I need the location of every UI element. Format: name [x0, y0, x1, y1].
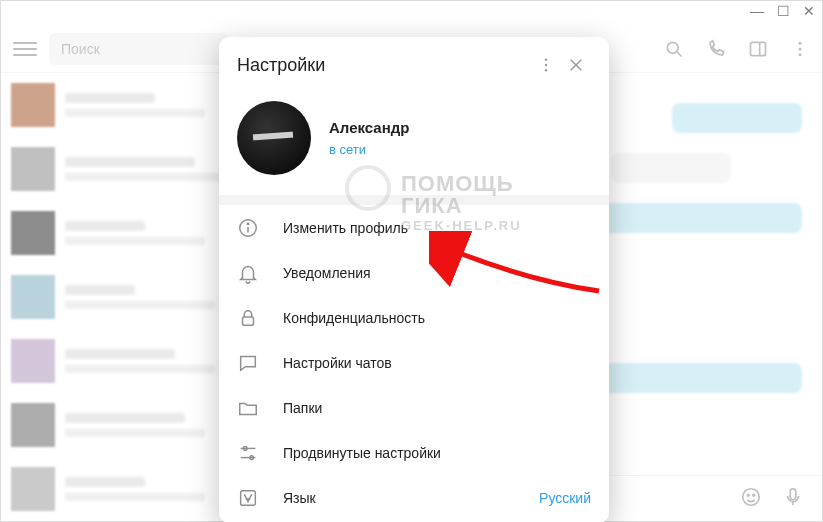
modal-header: Настройки — [219, 37, 609, 93]
sliders-icon — [237, 442, 259, 464]
language-icon — [237, 487, 259, 509]
menu-language[interactable]: Язык Русский — [219, 475, 609, 520]
svg-point-14 — [545, 69, 547, 71]
window-close-button[interactable]: ✕ — [802, 3, 816, 19]
svg-point-19 — [247, 223, 248, 224]
menu-folders[interactable]: Папки — [219, 385, 609, 430]
app-window: — ☐ ✕ Поиск Сыч — [0, 0, 823, 522]
profile-name: Александр — [329, 119, 409, 136]
bell-icon — [237, 262, 259, 284]
chat-icon — [237, 352, 259, 374]
menu-label: Изменить профиль — [283, 220, 408, 236]
modal-more-button[interactable] — [531, 50, 561, 80]
menu-label: Язык — [283, 490, 316, 506]
window-controls: — ☐ ✕ — [750, 3, 816, 19]
profile-block[interactable]: Александр в сети — [219, 93, 609, 195]
menu-notifications[interactable]: Уведомления — [219, 250, 609, 295]
menu-chat-settings[interactable]: Настройки чатов — [219, 340, 609, 385]
avatar[interactable] — [237, 101, 311, 175]
profile-status: в сети — [329, 142, 409, 157]
info-icon — [237, 217, 259, 239]
menu-label: Уведомления — [283, 265, 371, 281]
menu-advanced[interactable]: Продвинутые настройки — [219, 430, 609, 475]
menu-label: Папки — [283, 400, 322, 416]
svg-point-12 — [545, 59, 547, 61]
folder-icon — [237, 397, 259, 419]
menu-label: Продвинутые настройки — [283, 445, 441, 461]
settings-modal: Настройки Александр в сети Изменить проф… — [219, 37, 609, 522]
menu-label: Настройки чатов — [283, 355, 392, 371]
window-minimize-button[interactable]: — — [750, 3, 764, 19]
menu-label: Конфиденциальность — [283, 310, 425, 326]
svg-point-13 — [545, 64, 547, 66]
window-maximize-button[interactable]: ☐ — [776, 3, 790, 19]
lock-icon — [237, 307, 259, 329]
settings-menu: Изменить профиль Уведомления Конфиденциа… — [219, 205, 609, 522]
modal-close-button[interactable] — [561, 50, 591, 80]
modal-title: Настройки — [237, 55, 325, 76]
divider — [219, 195, 609, 205]
menu-edit-profile[interactable]: Изменить профиль — [219, 205, 609, 250]
svg-rect-20 — [243, 317, 254, 325]
menu-privacy[interactable]: Конфиденциальность — [219, 295, 609, 340]
language-value: Русский — [539, 490, 591, 506]
